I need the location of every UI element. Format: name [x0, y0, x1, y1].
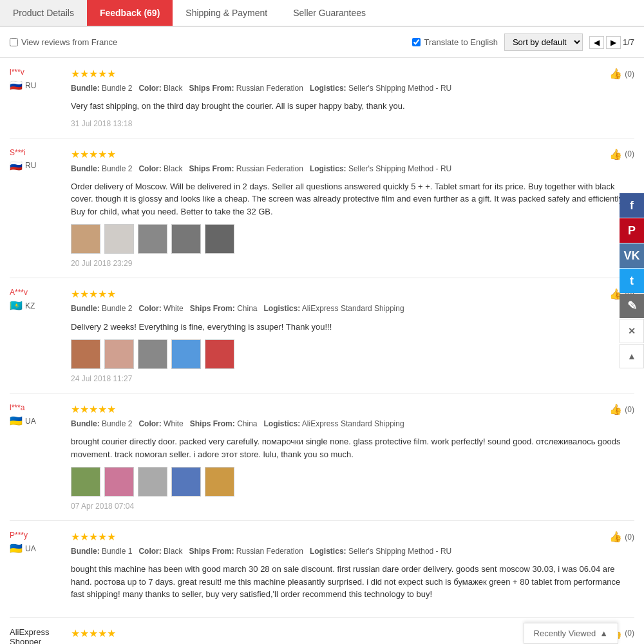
review-user: P***y 🇺🇦 UA — [10, 531, 61, 607]
country-code: RU — [25, 81, 36, 90]
stars-row: ★ ★ ★ ★ ★ — [71, 531, 116, 543]
like-icon: 👍 — [609, 403, 622, 415]
review-text: Delivery 2 weeks! Everything is fine, ev… — [71, 321, 634, 334]
star-5: ★ — [107, 531, 116, 543]
review-image[interactable] — [71, 339, 100, 369]
close-button[interactable]: ✕ — [620, 319, 644, 343]
review-meta: Bundle: Bundle 2 Color: White Ships From… — [71, 303, 634, 315]
review-header: ★ ★ ★ ★ ★ 👍 (0) — [71, 288, 634, 300]
review-image[interactable] — [205, 467, 234, 497]
review-image[interactable] — [138, 224, 167, 254]
star-4: ★ — [98, 627, 107, 639]
table-row: A***v 🇰🇿 KZ ★ ★ ★ ★ ★ 👍 (0) — [10, 278, 634, 393]
country-code: UA — [25, 544, 36, 553]
recently-viewed-icon: ▲ — [600, 629, 608, 638]
tab-shipping[interactable]: Shipping & Payment — [173, 0, 280, 26]
star-5: ★ — [107, 403, 116, 415]
review-image[interactable] — [104, 467, 134, 497]
review-images — [71, 224, 634, 254]
pagination-prev[interactable]: ◀ — [589, 36, 604, 49]
table-row: l***a 🇺🇦 UA ★ ★ ★ ★ ★ 👍 (0) — [10, 393, 634, 521]
review-header: ★ ★ ★ ★ ★ 👍 (0) — [71, 531, 634, 543]
star-4: ★ — [98, 531, 107, 543]
review-image[interactable] — [205, 224, 234, 254]
recently-viewed-panel[interactable]: Recently Viewed ▲ — [524, 623, 618, 644]
facebook-button[interactable]: f — [620, 193, 644, 218]
edit-button[interactable]: ✎ — [620, 294, 644, 318]
review-meta: Bundle: Bundle 2 Color: White Ships From… — [71, 418, 634, 430]
translate-text: Translate to English — [424, 37, 497, 47]
review-meta: Bundle: Bundle 2 Color: Black Ships From… — [71, 82, 634, 95]
close-icon: ✕ — [628, 326, 636, 336]
review-user: AliExpress Shopper 🇷🇺 RU — [10, 627, 61, 644]
review-image[interactable] — [171, 467, 201, 497]
star-1: ★ — [71, 627, 80, 639]
review-content: ★ ★ ★ ★ ★ 👍 (0) Bundle: Bundle 2 Color: … — [71, 68, 634, 128]
scroll-up-button[interactable]: ▲ — [620, 344, 644, 368]
twitter-button[interactable]: t — [620, 269, 644, 293]
flag-icon: 🇷🇺 — [10, 79, 23, 91]
country-code: KZ — [25, 301, 35, 310]
star-5: ★ — [107, 627, 116, 639]
vk-button[interactable]: VK — [620, 243, 644, 268]
sort-select[interactable]: Sort by default — [504, 33, 583, 51]
review-image[interactable] — [205, 339, 234, 369]
review-content: ★ ★ ★ ★ ★ 👍 (0) Bundle: Bundle 2 Color: … — [71, 148, 634, 269]
view-reviews-label[interactable]: View reviews from France — [10, 37, 117, 47]
review-text: Very fast shipping, on the third day bro… — [71, 100, 634, 113]
star-4: ★ — [98, 288, 107, 300]
review-image[interactable] — [104, 224, 134, 254]
stars-row: ★ ★ ★ ★ ★ — [71, 288, 116, 300]
user-name: S***i — [10, 148, 61, 157]
star-2: ★ — [80, 403, 89, 415]
review-date: 20 Jul 2018 23:29 — [71, 259, 634, 268]
like-icon: 👍 — [609, 68, 622, 80]
review-image[interactable] — [171, 224, 201, 254]
tab-product-details[interactable]: Product Details — [0, 0, 87, 26]
view-reviews-checkbox[interactable] — [10, 38, 18, 46]
star-1: ★ — [71, 403, 80, 415]
review-image[interactable] — [171, 339, 201, 369]
star-1: ★ — [71, 68, 80, 80]
like-count: (0) — [625, 70, 634, 79]
like-count: (0) — [625, 533, 634, 542]
table-row: l***v 🇷🇺 RU ★ ★ ★ ★ ★ 👍 (0) — [10, 58, 634, 138]
filter-bar: View reviews from France Translate to En… — [0, 27, 644, 58]
user-country: 🇰🇿 KZ — [10, 299, 61, 312]
review-image[interactable] — [138, 467, 167, 497]
like-button[interactable]: 👍 (0) — [605, 68, 634, 80]
flag-icon: 🇷🇺 — [10, 160, 23, 172]
star-2: ★ — [80, 288, 89, 300]
star-4: ★ — [98, 403, 107, 415]
like-icon: 👍 — [609, 148, 622, 160]
review-image[interactable] — [104, 339, 134, 369]
up-arrow-icon: ▲ — [627, 351, 636, 361]
stars-row: ★ ★ ★ ★ ★ — [71, 68, 116, 80]
like-count: (0) — [625, 629, 634, 638]
review-user: A***v 🇰🇿 KZ — [10, 288, 61, 383]
like-button[interactable]: 👍 (0) — [605, 148, 634, 160]
review-user: l***a 🇺🇦 UA — [10, 403, 61, 511]
star-2: ★ — [80, 148, 89, 160]
like-button[interactable]: 👍 (0) — [605, 403, 634, 415]
pagination-next[interactable]: ▶ — [606, 36, 621, 49]
review-content: ★ ★ ★ ★ ★ 👍 (0) Bundle: Bundle 2 Color: … — [71, 288, 634, 383]
review-image[interactable] — [71, 467, 100, 497]
review-image[interactable] — [138, 339, 167, 369]
user-name: P***y — [10, 531, 61, 540]
like-icon: 👍 — [609, 531, 622, 543]
flag-icon: 🇺🇦 — [10, 542, 23, 554]
tab-feedback[interactable]: Feedback (69) — [87, 0, 173, 26]
tab-seller[interactable]: Seller Guarantees — [280, 0, 379, 26]
pagination: ◀ ▶ 1/7 — [589, 36, 634, 49]
translate-checkbox[interactable] — [412, 38, 421, 46]
review-user: S***i 🇷🇺 RU — [10, 148, 61, 269]
review-user: l***v 🇷🇺 RU — [10, 68, 61, 128]
pinterest-button[interactable]: P — [620, 218, 644, 243]
review-image[interactable] — [71, 224, 100, 254]
translate-label[interactable]: Translate to English — [412, 37, 497, 47]
flag-icon: 🇺🇦 — [10, 415, 23, 427]
review-header: ★ ★ ★ ★ ★ 👍 (0) — [71, 68, 634, 80]
star-4: ★ — [98, 68, 107, 80]
like-button[interactable]: 👍 (0) — [605, 531, 634, 543]
